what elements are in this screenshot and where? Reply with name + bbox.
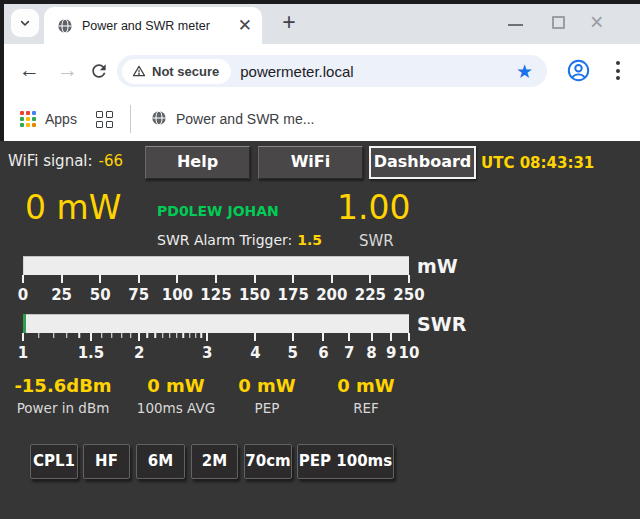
meter-minor-tick xyxy=(182,333,184,338)
window-close-icon: × xyxy=(590,9,603,36)
meter-tick-label: 50 xyxy=(90,286,111,304)
security-label: Not secure xyxy=(152,64,219,79)
meter-major-tick xyxy=(22,333,24,341)
meter-tick-label: 0 xyxy=(18,286,28,304)
meter-minor-tick xyxy=(195,333,197,338)
reading-ref-label: REF xyxy=(337,400,394,416)
meter-major-tick xyxy=(138,275,140,283)
meter-minor-tick xyxy=(169,333,171,338)
address-bar[interactable]: Not secure powermeter.local ★ xyxy=(117,55,547,87)
reading-pep-value: 0 mW xyxy=(238,375,295,396)
meter-tick-label: 250 xyxy=(393,286,424,304)
callsign-label: PD0LEW JOHAN xyxy=(157,203,279,219)
meter-minor-tick xyxy=(154,333,156,338)
globe-favicon-icon xyxy=(57,18,73,34)
meter-tick-label: 10 xyxy=(399,344,420,362)
power-meter-ticks xyxy=(23,275,409,284)
bookmark-star-icon[interactable]: ★ xyxy=(516,62,533,81)
back-button[interactable]: ← xyxy=(19,58,40,82)
meter-tick-label: 1 xyxy=(18,344,28,362)
reload-button[interactable] xyxy=(89,61,109,81)
meter-major-tick xyxy=(331,275,333,283)
power-swr-dashboard: WiFi signal:-66 Help WiFi Dashboard UTC … xyxy=(0,141,640,519)
meter-major-tick xyxy=(90,333,92,341)
6m-button[interactable]: 6M xyxy=(136,444,185,479)
power-meter-unit: mW xyxy=(417,255,458,277)
wifi-button[interactable]: WiFi xyxy=(258,146,363,179)
power-readout: 0 mW xyxy=(25,188,121,227)
maximize-icon xyxy=(552,16,565,29)
tab-strip: Power and SWR meter ✕ + × xyxy=(0,4,640,44)
pep-100ms-button[interactable]: PEP 100ms xyxy=(297,444,394,479)
swr-meter-fill xyxy=(23,314,26,333)
reading-avg-value: 0 mW xyxy=(137,375,215,396)
chevron-down-icon xyxy=(17,15,33,31)
swr-readout: 1.00 xyxy=(337,188,410,227)
meter-tick-label: 5 xyxy=(288,344,298,362)
2m-button[interactable]: 2M xyxy=(191,444,238,479)
swr-meter-scale: 11.52345678910 xyxy=(23,344,409,362)
meter-major-tick xyxy=(348,333,350,341)
apps-grid-icon[interactable] xyxy=(20,111,37,128)
reading-ref: 0 mW REF xyxy=(337,375,394,416)
meter-major-tick xyxy=(292,333,294,341)
meter-tick-label: 8 xyxy=(366,344,376,362)
reading-pep-label: PEP xyxy=(238,400,295,416)
collections-grid-icon[interactable] xyxy=(96,111,113,128)
bookmark-item[interactable]: Power and SWR me... xyxy=(176,111,315,127)
maximize-button[interactable] xyxy=(538,4,578,44)
meter-minor-tick xyxy=(111,333,113,338)
meter-tick-label: 75 xyxy=(128,286,149,304)
swr-meter: 11.52345678910 xyxy=(23,314,409,362)
meter-minor-tick xyxy=(130,333,132,338)
dashboard-button[interactable]: Dashboard xyxy=(369,146,476,179)
meter-tick-label: 7 xyxy=(344,344,354,362)
help-button[interactable]: Help xyxy=(145,146,250,179)
meter-major-tick xyxy=(408,275,410,283)
hf-button[interactable]: HF xyxy=(83,444,130,479)
meter-major-tick xyxy=(176,275,178,283)
browser-chrome: Power and SWR meter ✕ + × ← → Not secure… xyxy=(0,0,640,141)
meter-tick-label: 175 xyxy=(278,286,309,304)
minimize-button[interactable] xyxy=(495,4,535,44)
meter-minor-tick xyxy=(147,333,149,338)
meter-minor-tick xyxy=(189,333,191,338)
apps-label[interactable]: Apps xyxy=(45,111,77,127)
wifi-signal: WiFi signal:-66 xyxy=(8,152,123,170)
url-text[interactable]: powermeter.local xyxy=(240,63,353,80)
utc-clock: UTC 08:43:31 xyxy=(481,154,594,172)
profile-icon[interactable] xyxy=(566,58,591,83)
meter-major-tick xyxy=(206,333,208,341)
meter-major-tick xyxy=(369,275,371,283)
meter-tick-label: 9 xyxy=(386,344,396,362)
tab-search-button[interactable] xyxy=(11,9,39,37)
meter-major-tick xyxy=(22,275,24,283)
power-meter-scale: 0255075100125150175200225250 xyxy=(23,286,409,304)
cpl1-button[interactable]: CPL1 xyxy=(30,444,78,479)
meter-tick-label: 125 xyxy=(200,286,231,304)
meter-minor-tick xyxy=(66,333,68,338)
menu-kebab-icon[interactable] xyxy=(616,61,620,80)
meter-minor-tick xyxy=(38,333,40,338)
meter-major-tick xyxy=(138,333,140,341)
browser-window: Power and SWR meter ✕ + × ← → Not secure… xyxy=(0,0,640,519)
meter-tick-label: 6 xyxy=(318,344,328,362)
new-tab-button[interactable]: + xyxy=(276,10,302,36)
meter-tick-label: 225 xyxy=(355,286,386,304)
tab-close-icon[interactable]: ✕ xyxy=(238,18,252,34)
browser-tab[interactable]: Power and SWR meter ✕ xyxy=(44,7,262,44)
meter-major-tick xyxy=(254,275,256,283)
bookmark-favicon-icon xyxy=(151,110,167,126)
warning-triangle-icon xyxy=(132,64,146,78)
meter-minor-tick xyxy=(101,333,103,338)
security-chip[interactable]: Not secure xyxy=(122,59,231,84)
window-close-button[interactable]: × xyxy=(581,4,621,44)
swr-meter-unit: SWR xyxy=(417,313,466,335)
window-left-edge xyxy=(0,0,4,141)
minimize-icon xyxy=(508,24,523,26)
meter-minor-tick xyxy=(162,333,164,338)
meter-major-tick xyxy=(408,333,410,341)
meter-major-tick xyxy=(215,275,217,283)
70cm-button[interactable]: 70cm xyxy=(244,444,292,479)
forward-button[interactable]: → xyxy=(57,58,78,82)
